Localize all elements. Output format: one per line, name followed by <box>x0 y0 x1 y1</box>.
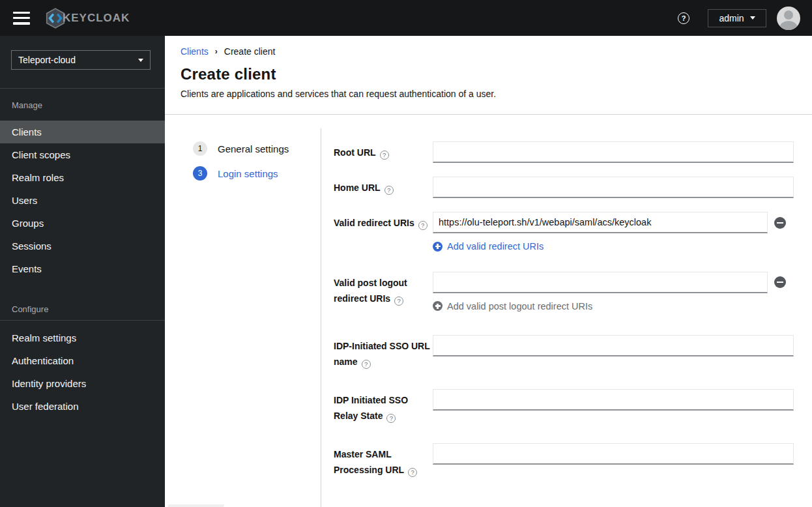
home-url-input[interactable] <box>433 177 794 198</box>
field-label: Master SAML Processing URL? <box>334 443 433 478</box>
sidebar-divider <box>0 320 165 321</box>
masthead: KEYCLOAK ? admin <box>0 0 812 36</box>
breadcrumb: Clients › Create client <box>181 46 812 57</box>
sidebar-group-configure: Configure <box>0 303 165 316</box>
brand-wordmark: KEYCLOAK <box>63 12 130 25</box>
sidebar-group-manage: Manage <box>0 99 165 112</box>
field-label: Valid post logout redirect URIs? <box>334 272 433 314</box>
help-icon[interactable]: ? <box>394 297 403 306</box>
field-label: Home URL? <box>334 177 433 198</box>
sidebar-divider <box>0 88 165 89</box>
help-icon[interactable]: ? <box>380 151 389 160</box>
master-saml-processing-url-input[interactable] <box>433 443 794 465</box>
add-redirect-uri-button[interactable]: Add valid redirect URIs <box>433 241 544 252</box>
horizontal-scrollbar-thumb[interactable] <box>167 504 224 507</box>
wizard-nav: 1 General settings 3 Login settings <box>165 141 321 191</box>
breadcrumb-separator-icon: › <box>215 47 218 56</box>
sidebar-item-realm-roles[interactable]: Realm roles <box>0 166 165 189</box>
chevron-down-icon <box>750 16 755 20</box>
root-url-input[interactable] <box>433 141 794 163</box>
step-label: General settings <box>218 143 289 154</box>
form-row-home-url: Home URL? <box>334 177 794 198</box>
form-row-idp-initiated-sso-relay-state: IDP Initiated SSO Relay State? <box>334 389 794 424</box>
page-description: Clients are applications and services th… <box>181 89 812 99</box>
form-row-idp-initiated-sso-url-name: IDP-Initiated SSO URL name? <box>334 335 794 369</box>
help-icon[interactable]: ? <box>384 186 394 195</box>
chevron-down-icon <box>138 59 143 62</box>
sidebar-item-user-federation[interactable]: User federation <box>0 395 165 418</box>
realm-selector-value: Teleport-cloud <box>18 55 76 65</box>
wizard-divider <box>321 128 321 507</box>
wizard-step-general-settings[interactable]: 1 General settings <box>165 141 321 156</box>
user-menu-dropdown[interactable]: admin <box>708 9 766 27</box>
login-settings-form: Root URL? Home URL? Valid redirect URIs? <box>334 141 794 491</box>
breadcrumb-clients-link[interactable]: Clients <box>181 46 209 57</box>
help-icon[interactable]: ? <box>362 360 371 369</box>
avatar[interactable] <box>777 7 800 30</box>
add-post-logout-uri-button[interactable]: Add valid post logout redirect URIs <box>433 301 592 311</box>
sidebar: Teleport-cloud Manage Clients Client sco… <box>0 36 165 507</box>
wizard-step-login-settings[interactable]: 3 Login settings <box>165 166 321 181</box>
field-label: Valid redirect URIs? <box>334 212 433 254</box>
form-row-root-url: Root URL? <box>334 141 794 163</box>
field-label: IDP Initiated SSO Relay State? <box>334 389 433 424</box>
sidebar-item-authentication[interactable]: Authentication <box>0 349 165 372</box>
sidebar-item-groups[interactable]: Groups <box>0 212 165 235</box>
help-icon[interactable]: ? <box>678 12 689 24</box>
post-logout-redirect-uri-input[interactable] <box>433 272 768 293</box>
sidebar-item-clients[interactable]: Clients <box>0 121 165 143</box>
remove-redirect-uri-button[interactable] <box>774 217 786 229</box>
help-icon[interactable]: ? <box>418 221 428 230</box>
sidebar-item-client-scopes[interactable]: Client scopes <box>0 143 165 166</box>
help-icon[interactable]: ? <box>408 468 417 477</box>
plus-circle-icon <box>433 301 442 311</box>
idp-sso-url-name-input[interactable] <box>433 335 794 356</box>
field-label: Root URL? <box>334 141 433 163</box>
step-number-badge: 1 <box>193 141 207 156</box>
create-client-content: 1 General settings 3 Login settings Root… <box>165 115 812 507</box>
sidebar-item-users[interactable]: Users <box>0 189 165 212</box>
help-icon[interactable]: ? <box>386 414 396 423</box>
form-row-master-saml-processing-url: Master SAML Processing URL? <box>334 443 794 478</box>
step-label: Login settings <box>218 168 278 179</box>
realm-selector[interactable]: Teleport-cloud <box>11 50 151 70</box>
form-row-valid-redirect-uris: Valid redirect URIs? Add valid redirect … <box>334 212 794 254</box>
username-label: admin <box>719 13 744 23</box>
idp-sso-relay-state-input[interactable] <box>433 389 794 411</box>
field-label: IDP-Initiated SSO URL name? <box>334 335 433 369</box>
sidebar-item-sessions[interactable]: Sessions <box>0 235 165 257</box>
page-title: Create client <box>181 65 812 83</box>
breadcrumb-current: Create client <box>224 46 276 57</box>
form-row-valid-post-logout-redirect-uris: Valid post logout redirect URIs? Add val… <box>334 272 794 314</box>
remove-post-logout-uri-button[interactable] <box>774 276 786 288</box>
sidebar-item-identity-providers[interactable]: Identity providers <box>0 372 165 395</box>
page-header: Clients › Create client Create client Cl… <box>165 36 812 115</box>
sidebar-item-realm-settings[interactable]: Realm settings <box>0 326 165 349</box>
step-number-badge: 3 <box>193 166 207 181</box>
keycloak-logo[interactable]: KEYCLOAK <box>44 7 130 29</box>
hamburger-menu-icon[interactable] <box>13 12 30 25</box>
sidebar-item-events[interactable]: Events <box>0 257 165 280</box>
valid-redirect-uri-input[interactable] <box>433 212 768 233</box>
plus-circle-icon <box>433 242 442 252</box>
